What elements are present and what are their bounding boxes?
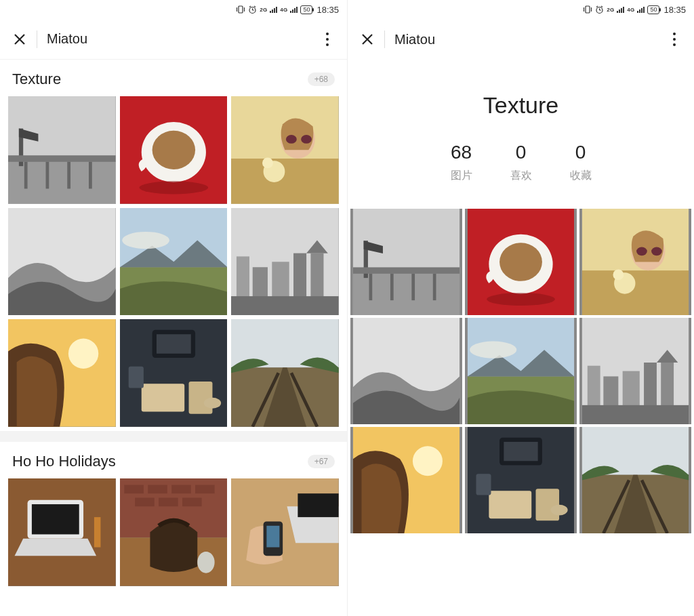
alarm-icon xyxy=(248,5,257,14)
right-content[interactable]: Texture 68 图片 0 喜欢 0 收藏 xyxy=(348,60,694,616)
section-gap xyxy=(0,431,347,442)
thumb-coffee-cup[interactable] xyxy=(120,96,228,204)
thumb-town-bw[interactable] xyxy=(231,208,339,316)
signal-2-label: 4G xyxy=(627,7,634,13)
signal-1-bars xyxy=(270,6,277,13)
stat-number: 0 xyxy=(570,142,592,163)
thumb-town-bw[interactable] xyxy=(579,318,691,424)
count-badge: +67 xyxy=(308,455,335,468)
more-button[interactable] xyxy=(664,29,685,49)
stat-label: 图片 xyxy=(451,169,472,183)
vibrate-icon xyxy=(583,5,592,14)
stat-label: 收藏 xyxy=(570,169,592,183)
stat-number: 68 xyxy=(451,142,472,163)
clock: 18:35 xyxy=(317,5,339,15)
thumb-sunset-hair[interactable] xyxy=(8,319,116,427)
section-header-holidays[interactable]: Ho Ho Holidays +67 xyxy=(0,442,347,478)
battery-indicator: 50 xyxy=(300,5,312,14)
header-divider xyxy=(384,30,385,48)
collection-header: Texture xyxy=(348,60,694,142)
alarm-icon xyxy=(595,5,604,14)
svg-line-72 xyxy=(249,6,251,7)
thumb-pier[interactable] xyxy=(8,96,116,204)
clock: 18:35 xyxy=(664,5,686,15)
thumb-valley[interactable] xyxy=(465,318,577,424)
thumb-hills-bw[interactable] xyxy=(350,318,462,424)
thumb-phone-hands[interactable] xyxy=(231,478,339,586)
thumb-desk[interactable] xyxy=(465,427,577,533)
battery-indicator: 50 xyxy=(647,5,659,14)
status-bar: 2G 4G 50 18:35 xyxy=(0,0,347,19)
signal-1-bars xyxy=(617,6,624,13)
thumb-girl-sunglasses[interactable] xyxy=(231,96,339,204)
left-pane: 2G 4G 50 18:35 Miatou Texture +68 xyxy=(0,0,347,616)
status-bar: 2G 4G 50 18:35 xyxy=(348,0,694,19)
close-button[interactable] xyxy=(9,29,30,49)
stat-images[interactable]: 68 图片 xyxy=(451,142,472,183)
close-button[interactable] xyxy=(357,29,377,49)
signal-2-label: 4G xyxy=(280,7,287,13)
stat-label: 喜欢 xyxy=(510,169,532,183)
collection-title: Texture xyxy=(348,92,694,119)
stat-favorites[interactable]: 0 收藏 xyxy=(570,142,592,183)
left-content[interactable]: Texture +68 Ho Ho Holidays +67 xyxy=(0,60,347,616)
thumb-railroad[interactable] xyxy=(579,427,691,533)
thumb-sunset-hair[interactable] xyxy=(350,427,462,533)
more-icon xyxy=(673,33,676,46)
svg-line-73 xyxy=(254,6,256,7)
more-icon xyxy=(326,33,329,46)
svg-rect-66 xyxy=(239,6,243,13)
app-header: Miatou xyxy=(348,19,694,60)
thumb-desk[interactable] xyxy=(120,319,228,427)
thumb-valley[interactable] xyxy=(120,208,228,316)
signal-2-bars xyxy=(290,6,298,13)
thumb-railroad[interactable] xyxy=(231,319,339,427)
app-header: Miatou xyxy=(0,19,347,60)
app-title: Miatou xyxy=(47,31,317,47)
svg-line-82 xyxy=(596,6,598,7)
texture-grid xyxy=(0,96,347,431)
vibrate-icon xyxy=(236,5,245,14)
stat-number: 0 xyxy=(510,142,532,163)
section-title: Texture xyxy=(12,70,61,88)
thumb-pier[interactable] xyxy=(350,209,462,315)
thumb-bag[interactable] xyxy=(120,478,228,586)
close-icon xyxy=(13,33,26,46)
section-title: Ho Ho Holidays xyxy=(12,453,116,470)
signal-1-label: 2G xyxy=(260,7,267,13)
thumb-hills-bw[interactable] xyxy=(8,208,116,316)
svg-rect-76 xyxy=(586,6,590,13)
section-header-texture[interactable]: Texture +68 xyxy=(0,60,347,96)
more-button[interactable] xyxy=(317,29,338,49)
collection-grid xyxy=(348,209,694,533)
app-title: Miatou xyxy=(394,32,664,47)
thumb-girl-sunglasses[interactable] xyxy=(579,209,691,315)
close-icon xyxy=(361,33,374,46)
holidays-grid xyxy=(0,478,347,590)
count-badge: +68 xyxy=(308,73,335,86)
thumb-coffee-cup[interactable] xyxy=(465,209,577,315)
signal-2-bars xyxy=(637,6,645,13)
stats-row: 68 图片 0 喜欢 0 收藏 xyxy=(348,142,694,209)
svg-line-83 xyxy=(601,6,603,7)
header-divider xyxy=(37,30,37,48)
right-pane: 2G 4G 50 18:35 Miatou Texture 68 图片 0 xyxy=(347,0,694,616)
signal-1-label: 2G xyxy=(607,7,614,13)
thumb-laptop[interactable] xyxy=(8,478,116,586)
stat-likes[interactable]: 0 喜欢 xyxy=(510,142,532,183)
